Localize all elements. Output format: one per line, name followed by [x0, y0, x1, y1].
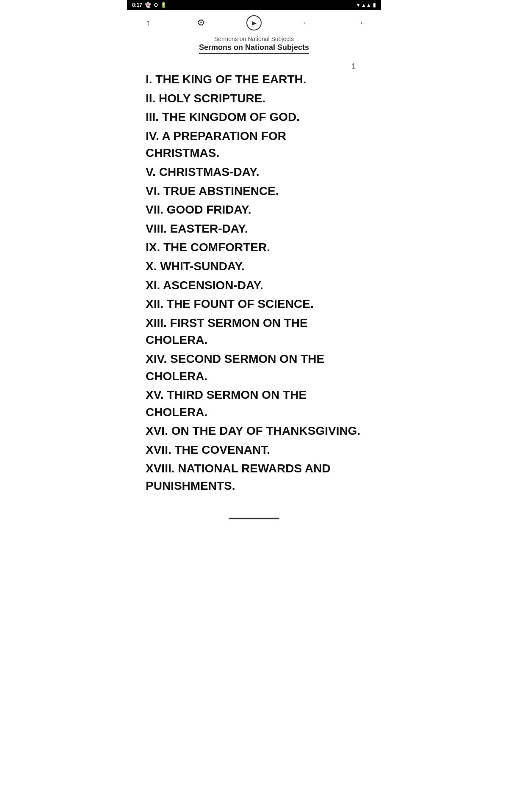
toc-item[interactable]: III. THE KINGDOM OF GOD. [146, 109, 362, 126]
toc-list: I. THE KING OF THE EARTH.II. HOLY SCRIPT… [146, 71, 362, 495]
gear-icon: ⚙ [197, 17, 205, 28]
battery-icon: 🔋 [160, 2, 167, 8]
status-bar-right: ▾ ▲▲ ▮ [357, 2, 376, 8]
play-button[interactable]: ▶ [246, 14, 262, 31]
toc-item[interactable]: XII. THE FOUNT OF SCIENCE. [146, 296, 362, 313]
header-title-container: Sermons on National Subjects Sermons on … [135, 36, 373, 54]
header-subtitle: Sermons on National Subjects [135, 36, 373, 42]
toc-item[interactable]: XVII. THE COVENANT. [146, 442, 362, 459]
forward-icon: → [355, 17, 364, 28]
toc-content: I. THE KING OF THE EARTH.II. HOLY SCRIPT… [127, 54, 381, 513]
toc-item[interactable]: VIII. EASTER-DAY. [146, 220, 362, 238]
toc-item[interactable]: VII. GOOD FRIDAY. [146, 201, 362, 219]
play-icon: ▶ [252, 19, 257, 26]
wifi-icon: ▾ [357, 2, 359, 8]
time-display: 8:17 [132, 2, 142, 8]
toolbar: ↑ ⚙ ▶ ← → [127, 10, 381, 36]
toc-item[interactable]: V. CHRISTMAS-DAY. [146, 164, 362, 181]
signal-icon: ▲▲ [361, 2, 371, 8]
toc-item[interactable]: II. HOLY SCRIPTURE. [146, 90, 362, 107]
status-bar-left: 8:17 👻 ⊙ 🔋 [132, 2, 167, 8]
toc-item[interactable]: IX. THE COMFORTER. [146, 239, 362, 256]
toc-item[interactable]: I. THE KING OF THE EARTH. [146, 71, 362, 88]
toc-item[interactable]: XVI. ON THE DAY OF THANKSGIVING. [146, 422, 362, 440]
back-button[interactable]: ← [298, 14, 315, 31]
toc-item[interactable]: XIV. SECOND SERMON ON THE CHOLERA. [146, 351, 362, 385]
up-icon: ↑ [146, 17, 151, 28]
toc-item[interactable]: XV. THIRD SERMON ON THE CHOLERA. [146, 387, 362, 421]
page-number: 1 [352, 63, 356, 70]
status-bar: 8:17 👻 ⊙ 🔋 ▾ ▲▲ ▮ [127, 0, 381, 10]
toc-item[interactable]: IV. A PREPARATION FOR CHRISTMAS. [146, 128, 362, 162]
forward-button[interactable]: → [351, 14, 368, 31]
toc-item[interactable]: X. WHIT-SUNDAY. [146, 258, 362, 275]
back-icon: ← [302, 17, 312, 28]
play-circle: ▶ [246, 15, 262, 30]
vpn-icon: ⊙ [154, 2, 158, 8]
toc-item[interactable]: XIII. FIRST SERMON ON THE CHOLERA. [146, 315, 362, 349]
toc-item[interactable]: XI. ASCENSION-DAY. [146, 277, 362, 294]
battery-level-icon: ▮ [373, 2, 376, 8]
home-indicator [229, 518, 279, 519]
toc-item[interactable]: XVIII. NATIONAL REWARDS AND PUNISHMENTS. [146, 460, 362, 494]
up-button[interactable]: ↑ [140, 14, 157, 31]
header-title: Sermons on National Subjects [199, 43, 309, 54]
settings-button[interactable]: ⚙ [193, 14, 210, 31]
ghost-icon: 👻 [145, 2, 151, 8]
header-area: Sermons on National Subjects Sermons on … [135, 36, 373, 54]
toc-item[interactable]: VI. TRUE ABSTINENCE. [146, 183, 362, 200]
